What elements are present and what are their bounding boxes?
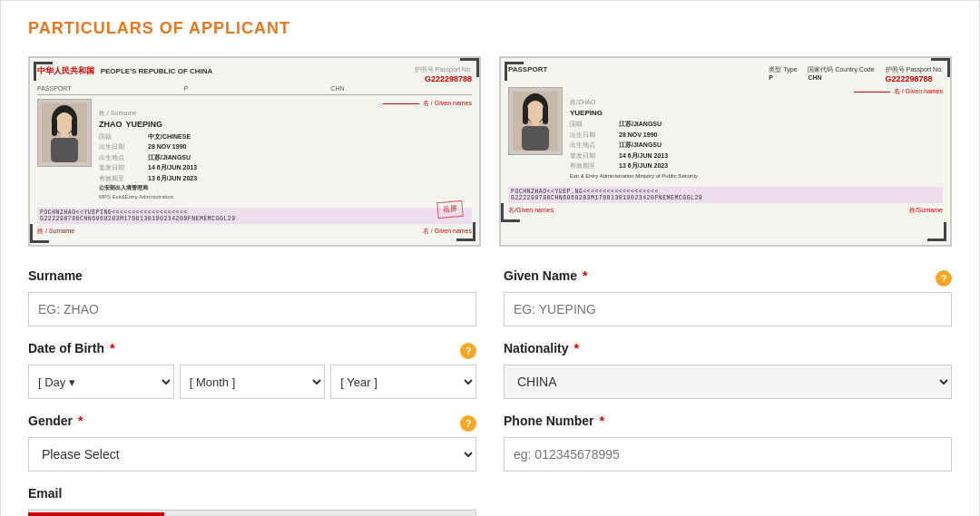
surname-value-row-left: ZHAO YUEPING [99, 119, 472, 131]
svg-rect-4 [72, 118, 77, 136]
given-names-value-right: YUEPING [570, 108, 603, 119]
gender-label: Gender * [28, 414, 83, 428]
surname-value-left: ZHAO [99, 119, 122, 131]
pn-label-right: 护照号 Passport No. [886, 66, 943, 73]
nationality-required-star: * [574, 341, 579, 355]
given-name-help-icon[interactable]: ? [936, 270, 952, 287]
passport-photo-right [508, 87, 563, 155]
phone-input[interactable] [504, 437, 952, 472]
passport-no-value-left: G222298788 [425, 74, 472, 83]
authority-en-row-left: MPS Exit&Entry Administration [99, 193, 472, 201]
pob-value-left: 江苏/JIANGSU [148, 153, 191, 163]
page-title: PARTICULARS OF APPLICANT [28, 19, 952, 38]
authority-row-right: Exit & Entry Administration Ministry of … [570, 172, 943, 180]
surname-input[interactable] [28, 292, 476, 326]
country-code-value-left: CHN [330, 85, 472, 92]
nationality-label: Nationality * [504, 341, 579, 355]
passport-details-right: 名 / Given names 姓/ZHAO YUEPING 国籍 江苏/JIA… [570, 87, 943, 181]
mrz-left: POCHNZHAO<<YUEPING<<<<<<<<<<<<<<<<<<< G2… [37, 208, 472, 224]
surname-row-right: 姓/ZHAO [570, 98, 943, 108]
form-group-email: Email [28, 486, 476, 516]
expiry-label-right: 有效期至 [570, 161, 615, 171]
passport-row: 中华人民共和国 PEOPLE'S REPUBLIC OF CHINA 护照号 P… [28, 56, 952, 247]
issue-value-right: 14 6月/JUN 2013 [619, 151, 668, 161]
svg-rect-13 [522, 126, 549, 151]
gender-select[interactable]: Please Select Male Female [28, 437, 476, 472]
phone-label-row: Phone Number * [504, 414, 952, 433]
surname-bottom-right: 姓/Surname [909, 206, 943, 215]
dob-year-select[interactable]: [ Year ] [330, 365, 476, 399]
nat-label-right: 国籍 [570, 120, 615, 130]
cc-label-right: 国家代码 Country Code [808, 66, 874, 73]
authority-value-left: 公安部出入境管理局 [99, 184, 148, 192]
authority-row-left: 公安部出入境管理局 [99, 184, 472, 192]
surname-bottom-left: 姓 / Surname [37, 227, 74, 236]
mrz1-right: POCHNZHAO<<YUEP.NG<<<<<<<<<<<<<<<<<<< [511, 189, 940, 195]
expiry-value-right: 13 6月/JUN 2023 [619, 161, 668, 171]
passport-inner-right: PASSPORT 类型 Type P 国家代码 Country Code CHN… [508, 65, 943, 215]
given-name-input[interactable] [504, 292, 952, 326]
nationality-select[interactable]: CHINA Select Nationality [504, 365, 952, 399]
dob-label-row: Date of Birth * ? [28, 341, 476, 360]
surname-label-row: Surname ? [28, 268, 476, 287]
passport-country-en-left: PEOPLE'S REPUBLIC OF CHINA [101, 67, 213, 75]
given-names-line-right: 名 / Given names [854, 87, 943, 97]
surname-label-left: 姓 / Surname [99, 109, 144, 119]
form-group-nationality: Nationality * CHINA Select Nationality [504, 341, 952, 399]
form-group-dob: Date of Birth * ? [ Day ▾ [ Month ] [ Ye… [28, 341, 476, 399]
nationality-row-left: 国籍 中文/CHINESE [99, 132, 472, 142]
mrz1-left: POCHNZHAO<<YUEPING<<<<<<<<<<<<<<<<<<< [40, 209, 469, 216]
passport-inner-left: 中华人民共和国 PEOPLE'S REPUBLIC OF CHINA 护照号 P… [37, 65, 472, 236]
issue-row-right: 签发日期 14 6月/JUN 2013 [570, 151, 943, 161]
dob-row-right: 出生日期 28 NOV 1990 [570, 131, 943, 141]
svg-point-2 [55, 112, 74, 134]
expiry-date-label-left: 有效期至 [99, 174, 144, 184]
issue-date-row-left: 签发日期 14 6月/JUN 2013 [99, 163, 472, 173]
svg-point-9 [526, 101, 544, 122]
dob-help-icon[interactable]: ? [460, 343, 476, 359]
passport-country-zh-left: 中华人民共和国 [37, 66, 94, 75]
email-filled-indicator [28, 512, 164, 516]
given-names-value-left: YUEPING [126, 119, 163, 131]
nationality-label-left: 国籍 [99, 132, 144, 142]
dob-label: Date of Birth * [28, 341, 114, 355]
issue-date-value-left: 14 6月/JUN 2013 [148, 163, 197, 173]
dob-day-select[interactable]: [ Day ▾ [28, 365, 174, 399]
authority-value-right: Exit & Entry Administration Ministry of … [570, 172, 698, 180]
nat-value-right: 江苏/JIANGSU [619, 120, 662, 130]
given-names-bottom-left: 名 / Given names [423, 227, 472, 236]
phone-label: Phone Number * [504, 414, 604, 428]
gender-help-icon[interactable]: ? [460, 415, 476, 432]
dob-row-left: 出生日期 28 NOV 1990 [99, 142, 472, 152]
passport-photo-left [37, 99, 92, 167]
type-value-left: P [184, 85, 326, 92]
cc-value-right: CHN [808, 74, 821, 81]
given-name-label: Given Name * [504, 268, 587, 283]
passport-no-label-left: 护照号 Passport No. [415, 66, 472, 73]
expiry-date-value-left: 13 6月/JUN 2023 [148, 174, 197, 184]
passport-header-left: 中华人民共和国 PEOPLE'S REPUBLIC OF CHINA 护照号 P… [37, 65, 472, 83]
passport-meta-left: PASSPORT P CHN [37, 85, 472, 95]
pn-value-right: G222298788 [886, 74, 933, 83]
mrz-right: POCHNZHAO<<YUEP.NG<<<<<<<<<<<<<<<<<<< G2… [508, 187, 943, 203]
issue-date-label-left: 签发日期 [99, 163, 144, 173]
form-group-phone: Phone Number * [504, 414, 952, 472]
mrz2-left: G222298788CHN6968283M1708130190234200FNE… [40, 216, 469, 222]
svg-rect-11 [543, 106, 548, 124]
form-group-empty [504, 486, 952, 516]
email-label: Email [28, 486, 62, 501]
given-names-line-left: 名 / Given names [99, 99, 472, 109]
passport-card-left: 中华人民共和国 PEOPLE'S REPUBLIC OF CHINA 护照号 P… [28, 56, 481, 247]
svg-rect-10 [523, 106, 528, 124]
given-name-label-row: Given Name * ? [504, 268, 952, 287]
nationality-value-left: 中文/CHINESE [148, 132, 191, 142]
passport-body-right: 名 / Given names 姓/ZHAO YUEPING 国籍 江苏/JIA… [508, 87, 943, 181]
dob-month-select[interactable]: [ Month ] [180, 365, 326, 399]
email-label-row: Email [28, 486, 476, 505]
pob-value-right: 江苏/JIANGSU [619, 141, 662, 151]
type-value-right: P [769, 74, 773, 81]
passport-body-left: 名 / Given names 姓 / Surname ZHAO YUEPING… [37, 99, 472, 202]
svg-rect-3 [52, 118, 57, 136]
given-name-value-row-right: YUEPING [570, 108, 943, 119]
phone-required-star: * [600, 414, 604, 428]
